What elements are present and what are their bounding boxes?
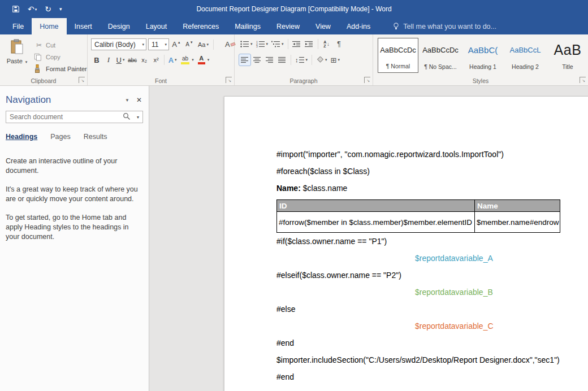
font-color-button[interactable]: A ▾ — [196, 54, 211, 66]
align-center-button[interactable] — [252, 54, 263, 66]
styles-group-label: Styles — [373, 77, 588, 84]
justify-button[interactable] — [276, 54, 288, 66]
search-box: ▾ — [6, 111, 143, 123]
clipboard-dialog-launcher-icon[interactable]: ↘ — [79, 77, 85, 83]
line-spacing-button[interactable]: ↕ ▾ — [294, 54, 309, 66]
nav-tab-results[interactable]: Results — [84, 133, 107, 142]
tab-review[interactable]: Review — [269, 18, 308, 34]
style-item-normal[interactable]: AaBbCcDc ¶ Normal — [378, 38, 418, 73]
doc-line-var-a[interactable]: $reportdatavariable_A — [415, 250, 588, 267]
search-dropdown-icon[interactable]: ▾ — [137, 115, 139, 120]
grow-font-button[interactable]: A ▲ — [171, 39, 182, 50]
doc-line-foreach[interactable]: #foreach($class in $Class) — [276, 163, 588, 180]
shading-icon — [316, 57, 324, 64]
doc-line-include[interactable]: $importer.includeSection("C:/Users/swd2/… — [276, 351, 588, 368]
tab-file[interactable]: File — [5, 18, 32, 34]
change-case-icon: Aa — [198, 41, 205, 48]
tab-home[interactable]: Home — [32, 18, 66, 34]
decrease-indent-button[interactable] — [291, 38, 302, 50]
search-icon[interactable] — [123, 112, 131, 120]
style-item-heading1[interactable]: AaBbC( Heading 1 — [462, 38, 503, 73]
document-table[interactable]: ID Name #forrow($member in $class.member… — [276, 199, 560, 233]
grow-font-icon: A — [172, 40, 177, 49]
highlight-color-button[interactable]: ab ▾ — [179, 54, 195, 66]
style-sample: AaB — [547, 38, 588, 62]
table-header-name[interactable]: Name — [475, 200, 560, 212]
doc-line-end-2[interactable]: #end — [276, 368, 588, 385]
text-effects-button[interactable]: A ▾ — [167, 54, 178, 66]
font-color-swatch — [198, 62, 205, 64]
borders-button[interactable]: ⊞ ▾ — [330, 54, 341, 66]
font-name-select[interactable]: Calibri (Body) ▾ — [91, 38, 146, 50]
navigation-pane: Navigation ▼ ✕ ▾ Headings Pages Results — [0, 86, 149, 391]
doc-line-var-c[interactable]: $reportdatavariable_C — [415, 318, 588, 334]
style-item-no-spacing[interactable]: AaBbCcDc ¶ No Spac... — [420, 38, 461, 73]
tab-design[interactable]: Design — [100, 18, 138, 34]
tab-add-ins[interactable]: Add-ins — [339, 18, 378, 34]
table-cell-forrow[interactable]: #forrow($member in $class.member)$member… — [277, 212, 475, 233]
doc-line-name[interactable]: Name:$class.name — [276, 180, 588, 197]
undo-button[interactable]: ↶ ▾ — [24, 3, 41, 15]
table-header-id[interactable]: ID — [277, 200, 475, 212]
styles-gallery: AaBbCcDc ¶ Normal AaBbCcDc ¶ No Spac... … — [378, 38, 588, 73]
qat-customize-button[interactable]: ▾ — [55, 5, 66, 14]
paragraph-dialog-launcher-icon[interactable]: ↘ — [364, 77, 370, 83]
superscript-button[interactable]: x² — [150, 54, 162, 66]
font-dialog-launcher-icon[interactable]: ↘ — [226, 77, 232, 83]
paste-button[interactable]: Paste ▾ — [3, 37, 31, 76]
doc-line-if[interactable]: #if($class.owner.name == "P1") — [276, 233, 588, 250]
tab-layout[interactable]: Layout — [138, 18, 175, 34]
title-bar: ↶ ▾ ↻ ▾ Document Report Designer Diagram… — [0, 0, 588, 18]
doc-line-var-b[interactable]: $reportdatavariable_B — [415, 284, 588, 301]
cut-button[interactable]: ✂ Cut — [34, 39, 87, 51]
multilevel-list-icon — [271, 41, 280, 47]
subscript-button[interactable]: x₂ — [139, 54, 150, 66]
copy-button[interactable]: Copy — [34, 51, 87, 63]
strikethrough-button[interactable]: abc — [127, 54, 138, 66]
tab-view[interactable]: View — [308, 18, 339, 34]
tab-references[interactable]: References — [175, 18, 227, 34]
format-painter-button[interactable]: Format Painter — [34, 63, 87, 75]
nav-close-icon[interactable]: ✕ — [132, 94, 143, 106]
redo-button[interactable]: ↻ — [41, 3, 55, 15]
clipboard-small-buttons: ✂ Cut Copy — [34, 39, 87, 75]
multilevel-list-button[interactable]: ▾ — [270, 38, 285, 50]
doc-line-end-1[interactable]: #end — [276, 334, 588, 351]
sort-button[interactable]: A Z ↓ — [321, 38, 332, 50]
underline-button[interactable]: U ▾ — [115, 54, 126, 66]
doc-line-import[interactable]: #import("importer", "com.nomagic.reportw… — [276, 146, 588, 163]
shading-button[interactable]: ▾ — [315, 54, 328, 66]
bullets-button[interactable]: ▾ — [239, 38, 254, 50]
line-spacing-lines-icon — [299, 57, 305, 63]
highlight-dropdown-icon: ▾ — [192, 58, 194, 62]
align-right-button[interactable] — [264, 54, 275, 66]
nav-options-caret-icon[interactable]: ▼ — [123, 95, 132, 105]
align-center-icon — [253, 57, 261, 63]
save-button[interactable] — [8, 3, 24, 15]
table-cell-member-name[interactable]: $member.name#endrow — [475, 212, 560, 233]
doc-line-elseif[interactable]: #elseif($class.owner.name == "P2") — [276, 267, 588, 284]
document-page[interactable]: #import("importer", "com.nomagic.reportw… — [224, 96, 588, 391]
document-area: #import("importer", "com.nomagic.reportw… — [149, 86, 588, 391]
align-left-button[interactable] — [239, 54, 250, 66]
styles-dialog-launcher-icon[interactable]: ↘ — [580, 77, 586, 83]
style-item-title[interactable]: AaB Title — [547, 38, 588, 73]
nav-tab-headings[interactable]: Headings — [6, 133, 37, 142]
tab-mailings[interactable]: Mailings — [227, 18, 269, 34]
italic-button[interactable]: I — [103, 54, 114, 66]
style-label: Title — [562, 63, 573, 70]
shrink-font-button[interactable]: A ▼ — [184, 39, 195, 50]
increase-indent-button[interactable] — [304, 38, 315, 50]
doc-line-else[interactable]: #else — [276, 301, 588, 318]
font-size-select[interactable]: 11 ▾ — [148, 38, 169, 50]
tell-me-box[interactable]: Tell me what you want to do... — [393, 18, 496, 34]
table-row: #forrow($member in $class.member)$member… — [277, 212, 560, 233]
style-item-heading2[interactable]: AaBbCcL Heading 2 — [505, 38, 546, 73]
bold-button[interactable]: B — [91, 54, 102, 66]
change-case-button[interactable]: Aa ▾ — [197, 39, 210, 50]
show-paragraph-marks-button[interactable]: ¶ — [334, 38, 345, 50]
numbering-button[interactable]: 123 ▾ — [255, 38, 270, 50]
nav-tabs: Headings Pages Results — [6, 133, 143, 142]
nav-tab-pages[interactable]: Pages — [50, 133, 70, 142]
tab-insert[interactable]: Insert — [67, 18, 100, 34]
